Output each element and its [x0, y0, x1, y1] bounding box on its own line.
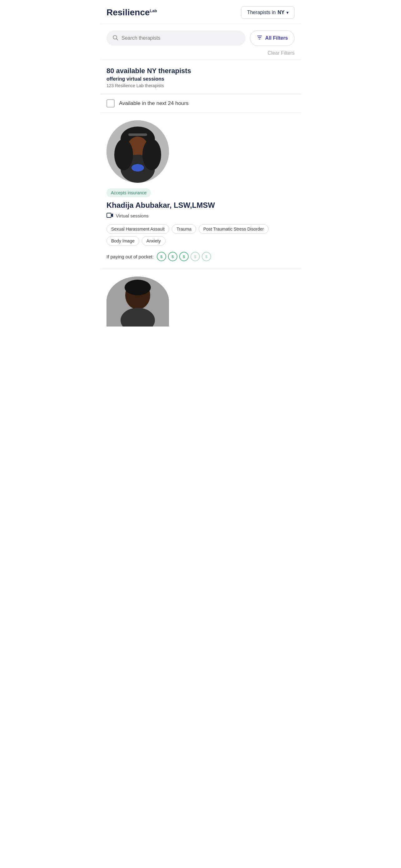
logo-main: Resilience [106, 7, 150, 17]
dollar-3: $ [179, 252, 189, 261]
therapist-name: Khadija Abubakar, LSW,LMSW [106, 201, 295, 210]
location-label: Therapists in [247, 10, 276, 15]
filters-label: All Filters [265, 35, 288, 41]
filter-icon [257, 34, 263, 42]
svg-point-12 [114, 139, 133, 170]
insurance-badge: Accepts insurance [106, 188, 151, 197]
results-header: 80 available NY therapists offering virt… [100, 60, 301, 94]
results-total: 123 Resilience Lab therapists [106, 83, 295, 88]
video-icon [106, 213, 113, 219]
results-subtitle: offering virtual sessions [106, 76, 295, 82]
search-icon [112, 34, 119, 42]
search-area: All Filters [100, 24, 301, 49]
availability-label: Available in the next 24 hours [119, 100, 189, 106]
all-filters-button[interactable]: All Filters [250, 30, 295, 46]
location-state: NY [278, 10, 285, 15]
session-type: Virtual sessions [106, 213, 295, 219]
clear-filters-label: Clear Filters [268, 50, 295, 56]
dollar-2: $ [168, 252, 177, 261]
svg-rect-8 [128, 133, 147, 136]
header: ResilienceLab Therapists in NY ▾ [100, 0, 301, 24]
pricing-label: If paying out of pocket: [106, 254, 154, 259]
specialties-tags: Sexual Harassment Assault Trauma Post Tr… [106, 224, 295, 246]
search-input[interactable] [122, 35, 240, 41]
therapist-avatar [106, 120, 169, 183]
results-count: 80 available NY therapists [106, 67, 295, 75]
availability-checkbox[interactable] [106, 99, 114, 107]
dollar-5: $ [202, 252, 211, 261]
clear-filters-button[interactable]: Clear Filters [268, 50, 295, 56]
svg-line-1 [116, 39, 118, 40]
tag-1: Trauma [172, 224, 196, 234]
logo: ResilienceLab [106, 8, 157, 17]
tag-3: Body Image [106, 236, 139, 246]
dollar-signs: $ $ $ $ $ [157, 252, 211, 261]
tag-4: Anxiety [142, 236, 166, 246]
clear-filters-row: Clear Filters [100, 49, 301, 60]
therapist-card-1[interactable]: Accepts insurance Khadija Abubakar, LSW,… [100, 113, 301, 269]
svg-point-11 [132, 164, 144, 172]
dollar-1: $ [157, 252, 166, 261]
location-selector[interactable]: Therapists in NY ▾ [241, 6, 295, 19]
tag-0: Sexual Harassment Assault [106, 224, 169, 234]
search-input-wrap[interactable] [106, 31, 245, 45]
logo-super: Lab [150, 8, 157, 13]
tag-2: Post Traumatic Stress Disorder [199, 224, 269, 234]
therapist-card-2-partial[interactable] [100, 269, 301, 327]
availability-filter[interactable]: Available in the next 24 hours [100, 94, 301, 113]
dollar-4: $ [191, 252, 200, 261]
svg-point-13 [142, 139, 161, 170]
therapist-avatar-2-partial [106, 277, 169, 327]
therapist-photo-wrap [106, 120, 295, 183]
chevron-down-icon: ▾ [287, 10, 289, 15]
svg-rect-14 [107, 213, 111, 217]
svg-point-18 [125, 280, 151, 295]
session-type-label: Virtual sessions [116, 213, 149, 218]
pricing-row: If paying out of pocket: $ $ $ $ $ [106, 252, 295, 261]
